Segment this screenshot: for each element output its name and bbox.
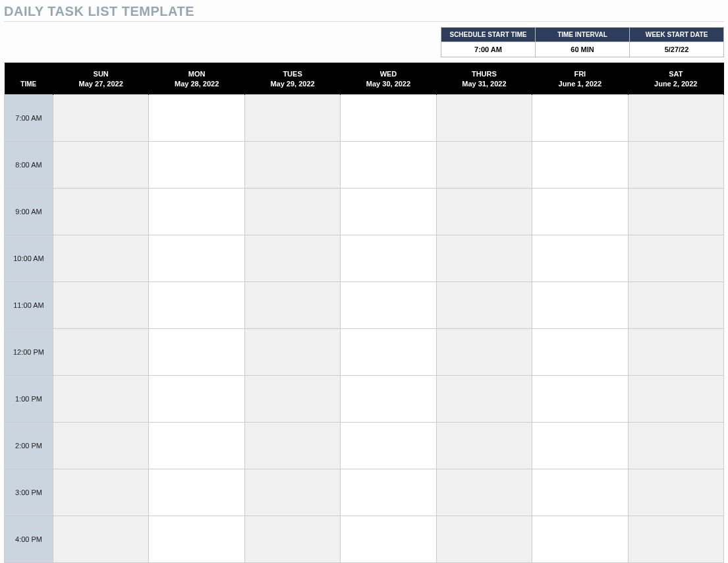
task-cell[interactable] bbox=[628, 188, 723, 235]
day-header-sat: SATJune 2, 2022 bbox=[628, 63, 723, 94]
task-cell[interactable] bbox=[628, 235, 723, 282]
time-cell: 10:00 AM bbox=[5, 235, 53, 282]
task-cell[interactable] bbox=[53, 235, 149, 282]
task-cell[interactable] bbox=[244, 469, 340, 516]
task-cell[interactable] bbox=[244, 516, 340, 562]
task-cell[interactable] bbox=[436, 375, 532, 422]
task-cell[interactable] bbox=[149, 235, 244, 282]
task-cell[interactable] bbox=[53, 516, 149, 562]
time-cell: 8:00 AM bbox=[5, 141, 53, 188]
schedule-row: 7:00 AM bbox=[5, 94, 724, 141]
task-cell[interactable] bbox=[53, 141, 149, 188]
task-cell[interactable] bbox=[532, 469, 628, 516]
task-cell[interactable] bbox=[244, 141, 340, 188]
task-cell[interactable] bbox=[53, 422, 149, 469]
task-cell[interactable] bbox=[244, 422, 340, 469]
task-cell[interactable] bbox=[436, 188, 532, 235]
task-cell[interactable] bbox=[53, 282, 149, 328]
task-cell[interactable] bbox=[244, 94, 340, 141]
task-cell[interactable] bbox=[244, 375, 340, 422]
task-cell[interactable] bbox=[628, 516, 723, 562]
config-strip: SCHEDULE START TIME TIME INTERVAL WEEK S… bbox=[4, 27, 724, 57]
task-cell[interactable] bbox=[341, 516, 436, 562]
task-cell[interactable] bbox=[53, 469, 149, 516]
task-cell[interactable] bbox=[628, 141, 723, 188]
config-value-start-time[interactable]: 7:00 AM bbox=[441, 42, 536, 57]
schedule-row: 11:00 AM bbox=[5, 282, 724, 328]
task-cell[interactable] bbox=[149, 375, 244, 422]
task-cell[interactable] bbox=[149, 141, 244, 188]
task-cell[interactable] bbox=[341, 94, 436, 141]
task-cell[interactable] bbox=[53, 94, 149, 141]
schedule-row: 3:00 PM bbox=[5, 469, 724, 516]
task-cell[interactable] bbox=[532, 188, 628, 235]
task-cell[interactable] bbox=[341, 188, 436, 235]
day-name: SAT bbox=[631, 69, 721, 79]
day-name: TUES bbox=[248, 69, 337, 79]
task-cell[interactable] bbox=[244, 282, 340, 328]
task-cell[interactable] bbox=[244, 188, 340, 235]
task-cell[interactable] bbox=[532, 282, 628, 328]
task-cell[interactable] bbox=[149, 328, 244, 375]
task-cell[interactable] bbox=[436, 516, 532, 562]
task-cell[interactable] bbox=[244, 328, 340, 375]
task-cell[interactable] bbox=[436, 469, 532, 516]
task-cell[interactable] bbox=[436, 282, 532, 328]
day-header-tues: TUESMay 29, 2022 bbox=[244, 63, 340, 94]
day-date: June 2, 2022 bbox=[631, 79, 721, 89]
task-cell[interactable] bbox=[532, 328, 628, 375]
schedule-header-row: TIME SUNMay 27, 2022 MONMay 28, 2022 TUE… bbox=[5, 63, 724, 94]
day-name: WED bbox=[343, 69, 433, 79]
task-cell[interactable] bbox=[436, 141, 532, 188]
task-cell[interactable] bbox=[532, 516, 628, 562]
task-cell[interactable] bbox=[149, 188, 244, 235]
task-cell[interactable] bbox=[149, 516, 244, 562]
task-cell[interactable] bbox=[436, 94, 532, 141]
task-cell[interactable] bbox=[532, 375, 628, 422]
task-cell[interactable] bbox=[149, 94, 244, 141]
task-cell[interactable] bbox=[628, 328, 723, 375]
task-cell[interactable] bbox=[532, 141, 628, 188]
task-cell[interactable] bbox=[149, 282, 244, 328]
task-cell[interactable] bbox=[341, 141, 436, 188]
day-date: May 31, 2022 bbox=[439, 79, 529, 89]
task-cell[interactable] bbox=[53, 375, 149, 422]
schedule-row: 4:00 PM bbox=[5, 516, 724, 562]
task-cell[interactable] bbox=[628, 375, 723, 422]
task-cell[interactable] bbox=[436, 422, 532, 469]
task-cell[interactable] bbox=[628, 469, 723, 516]
task-cell[interactable] bbox=[341, 422, 436, 469]
task-cell[interactable] bbox=[628, 94, 723, 141]
task-cell[interactable] bbox=[341, 282, 436, 328]
task-cell[interactable] bbox=[532, 422, 628, 469]
schedule-row: 12:00 PM bbox=[5, 328, 724, 375]
task-cell[interactable] bbox=[341, 469, 436, 516]
task-cell[interactable] bbox=[341, 328, 436, 375]
task-cell[interactable] bbox=[149, 469, 244, 516]
day-header-thurs: THURSMay 31, 2022 bbox=[436, 63, 532, 94]
config-table: SCHEDULE START TIME TIME INTERVAL WEEK S… bbox=[441, 27, 724, 57]
schedule-row: 10:00 AM bbox=[5, 235, 724, 282]
config-value-week-start[interactable]: 5/27/22 bbox=[630, 42, 724, 57]
config-value-interval[interactable]: 60 MIN bbox=[536, 42, 630, 57]
schedule-row: 2:00 PM bbox=[5, 422, 724, 469]
task-cell[interactable] bbox=[53, 188, 149, 235]
task-cell[interactable] bbox=[436, 328, 532, 375]
task-cell[interactable] bbox=[244, 235, 340, 282]
task-cell[interactable] bbox=[436, 235, 532, 282]
task-cell[interactable] bbox=[341, 235, 436, 282]
task-cell[interactable] bbox=[53, 328, 149, 375]
task-cell[interactable] bbox=[628, 422, 723, 469]
schedule-row: 9:00 AM bbox=[5, 188, 724, 235]
day-name: MON bbox=[152, 69, 241, 79]
time-cell: 12:00 PM bbox=[5, 328, 53, 375]
task-cell[interactable] bbox=[341, 375, 436, 422]
task-cell[interactable] bbox=[532, 94, 628, 141]
title-divider bbox=[4, 21, 724, 22]
task-cell[interactable] bbox=[149, 422, 244, 469]
day-date: June 1, 2022 bbox=[535, 79, 625, 89]
task-cell[interactable] bbox=[628, 282, 723, 328]
time-column-header: TIME bbox=[5, 63, 53, 94]
schedule-table: TIME SUNMay 27, 2022 MONMay 28, 2022 TUE… bbox=[4, 63, 724, 563]
task-cell[interactable] bbox=[532, 235, 628, 282]
